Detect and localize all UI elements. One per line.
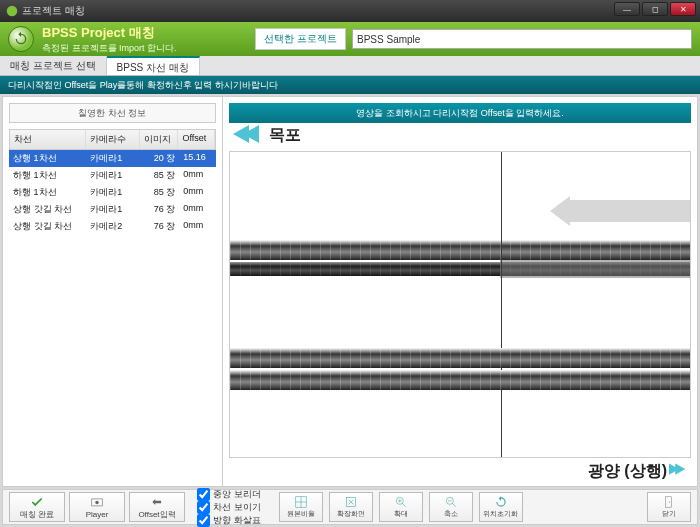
cell-offset: 0mm bbox=[179, 167, 216, 184]
end-direction-icon bbox=[669, 460, 689, 480]
left-panel: 칠영한 차선 정보 차선 카메라수 이미지 Offset 상행 1차선카메라12… bbox=[3, 97, 223, 486]
footer-toolbar: 매칭 완료 Player Offset입력 중앙 보리더 차선 보이기 방향 화… bbox=[2, 489, 698, 525]
cell-lane: 하행 1차선 bbox=[9, 167, 86, 184]
table-row[interactable]: 상행 갓길 차선카메라176 장0mm bbox=[9, 201, 216, 218]
close-window-button[interactable]: ✕ bbox=[670, 2, 696, 16]
check-direction-arrow[interactable]: 방향 화살표 bbox=[197, 514, 261, 527]
zoom-in-icon bbox=[394, 495, 408, 509]
cell-camera: 카메라1 bbox=[86, 167, 140, 184]
minimize-button[interactable]: — bbox=[614, 2, 640, 16]
door-icon bbox=[662, 495, 676, 509]
select-project-button[interactable]: 선택한 프로젝트 bbox=[255, 28, 346, 50]
refresh-icon bbox=[8, 26, 34, 52]
lane-table: 차선 카메라수 이미지 Offset 상행 1차선카메라120 장15.16하행… bbox=[9, 129, 216, 235]
cell-offset: 0mm bbox=[179, 201, 216, 218]
reset-icon bbox=[494, 495, 508, 509]
zoom-out-button[interactable]: 축소 bbox=[429, 492, 473, 522]
expand-icon bbox=[344, 495, 358, 509]
svg-point-0 bbox=[7, 6, 18, 17]
left-panel-header: 칠영한 차선 정보 bbox=[9, 103, 216, 123]
tab-bar: 매칭 프로젝트 선택 BPSS 차선 매칭 bbox=[0, 56, 700, 76]
right-panel: 영상을 조회하시고 다리시작점 Offset을 입력하세요. 목포 광양 (상행… bbox=[223, 97, 697, 486]
expand-button[interactable]: 확장화면 bbox=[329, 492, 373, 522]
player-icon bbox=[90, 496, 104, 510]
ribbon-subtitle: 측정된 프로젝트를 Import 합니다. bbox=[42, 42, 177, 55]
end-location-label: 광양 (상행) bbox=[588, 461, 667, 482]
cell-camera: 카메라1 bbox=[86, 201, 140, 218]
th-lane: 차선 bbox=[10, 130, 86, 149]
zoom-in-button[interactable]: 확대 bbox=[379, 492, 423, 522]
cell-image: 76 장 bbox=[140, 218, 179, 235]
cell-image: 85 장 bbox=[140, 167, 179, 184]
grid-icon bbox=[294, 495, 308, 509]
th-camera: 카메라수 bbox=[86, 130, 140, 149]
cell-camera: 카메라1 bbox=[86, 184, 140, 201]
right-instruction: 영상을 조회하시고 다리시작점 Offset을 입력하세요. bbox=[229, 103, 691, 123]
cell-offset: 15.16 bbox=[179, 150, 216, 167]
tab-lane-matching[interactable]: BPSS 차선 매칭 bbox=[107, 56, 200, 75]
check-show-lane[interactable]: 차선 보이기 bbox=[197, 501, 261, 514]
svg-rect-20 bbox=[666, 497, 672, 508]
image-strip-1 bbox=[230, 240, 690, 260]
image-strip-3 bbox=[230, 348, 690, 368]
cell-image: 85 장 bbox=[140, 184, 179, 201]
svg-marker-2 bbox=[243, 125, 259, 143]
svg-line-13 bbox=[402, 503, 406, 507]
svg-marker-19 bbox=[498, 496, 500, 501]
ribbon-header: BPSS Project 매칭 측정된 프로젝트를 Import 합니다. 선택… bbox=[0, 22, 700, 56]
tab-project-select[interactable]: 매칭 프로젝트 선택 bbox=[0, 56, 107, 75]
ribbon-title: BPSS Project 매칭 bbox=[42, 25, 155, 40]
cell-offset: 0mm bbox=[179, 184, 216, 201]
start-location-label: 목포 bbox=[269, 125, 301, 146]
window-titlebar: 프로젝트 매칭 — ◻ ✕ bbox=[0, 0, 700, 22]
zoom-out-icon bbox=[444, 495, 458, 509]
table-row[interactable]: 하행 1차선카메라185 장0mm bbox=[9, 167, 216, 184]
view-control-buttons: 원본비율 확장화면 확대 축소 위치초기화 bbox=[279, 492, 523, 522]
complete-button[interactable]: 매칭 완료 bbox=[9, 492, 65, 522]
player-button-label: Player bbox=[86, 510, 109, 519]
close-button[interactable]: 닫기 bbox=[647, 492, 691, 522]
cell-camera: 카메라2 bbox=[86, 218, 140, 235]
maximize-button[interactable]: ◻ bbox=[642, 2, 668, 16]
check-center-border[interactable]: 중앙 보리더 bbox=[197, 488, 261, 501]
canvas-area: 목포 광양 (상행) bbox=[229, 125, 691, 482]
direction-arrow-icon bbox=[550, 196, 690, 226]
table-row[interactable]: 상행 1차선카메라120 장15.16 bbox=[9, 150, 216, 167]
table-row[interactable]: 하행 1차선카메라185 장0mm bbox=[9, 184, 216, 201]
app-icon bbox=[6, 5, 18, 17]
th-image: 이미지 bbox=[140, 130, 178, 149]
svg-point-7 bbox=[95, 500, 99, 504]
project-name-input[interactable] bbox=[352, 29, 692, 49]
svg-line-17 bbox=[452, 503, 456, 507]
view-options: 중앙 보리더 차선 보이기 방향 화살표 bbox=[197, 488, 261, 527]
start-direction-icon bbox=[233, 125, 259, 143]
cell-image: 76 장 bbox=[140, 201, 179, 218]
player-button[interactable]: Player bbox=[69, 492, 125, 522]
cell-lane: 상행 갓길 차선 bbox=[9, 218, 86, 235]
selection-highlight bbox=[500, 260, 690, 278]
offset-input-button[interactable]: Offset입력 bbox=[129, 492, 185, 522]
table-row[interactable]: 상행 갓길 차선카메라276 장0mm bbox=[9, 218, 216, 235]
instruction-bar: 다리시작점인 Offset을 Play를통해 확정하신후 입력 하시기바랍니다 bbox=[0, 76, 700, 94]
main-panel: 칠영한 차선 정보 차선 카메라수 이미지 Offset 상행 1차선카메라12… bbox=[2, 96, 698, 487]
image-strip-4 bbox=[230, 370, 690, 390]
original-ratio-button[interactable]: 원본비율 bbox=[279, 492, 323, 522]
window-title: 프로젝트 매칭 bbox=[22, 4, 85, 18]
svg-point-21 bbox=[669, 501, 670, 502]
cell-lane: 상행 1차선 bbox=[9, 150, 86, 167]
cell-camera: 카메라1 bbox=[86, 150, 140, 167]
cell-image: 20 장 bbox=[140, 150, 179, 167]
complete-button-label: 매칭 완료 bbox=[20, 509, 54, 520]
th-offset: Offset bbox=[178, 130, 215, 149]
reset-position-button[interactable]: 위치초기화 bbox=[479, 492, 523, 522]
table-header: 차선 카메라수 이미지 Offset bbox=[9, 129, 216, 150]
offset-marker-line[interactable] bbox=[501, 152, 502, 457]
image-viewport[interactable] bbox=[229, 151, 691, 458]
check-icon bbox=[30, 495, 44, 509]
cell-lane: 하행 1차선 bbox=[9, 184, 86, 201]
cell-lane: 상행 갓길 차선 bbox=[9, 201, 86, 218]
svg-marker-5 bbox=[675, 463, 685, 474]
offset-input-button-label: Offset입력 bbox=[138, 509, 175, 520]
svg-marker-3 bbox=[550, 196, 690, 226]
cell-offset: 0mm bbox=[179, 218, 216, 235]
